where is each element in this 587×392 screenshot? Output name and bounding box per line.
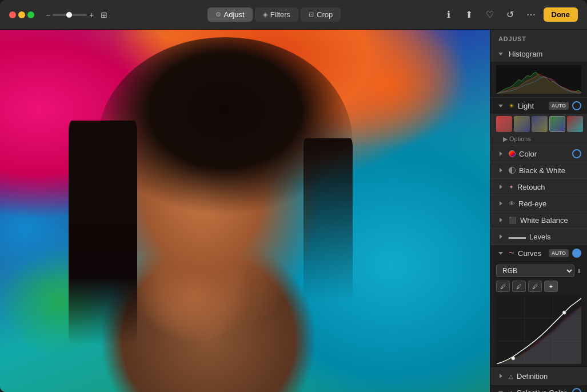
- color-icon: [509, 150, 516, 157]
- svg-point-9: [512, 357, 515, 360]
- wb-icon: ⬛: [509, 217, 517, 224]
- minimize-button[interactable]: [18, 11, 25, 18]
- rotate-button[interactable]: ↺: [502, 7, 518, 23]
- curves-graph[interactable]: [496, 295, 581, 364]
- curves-icon: 〜: [509, 249, 514, 257]
- filters-icon: ◈: [263, 11, 267, 18]
- chevron-down-icon-2: [496, 101, 505, 110]
- chevron-right-icon-levels: [496, 232, 505, 241]
- wb-row[interactable]: ⬛ White Balance: [490, 212, 587, 228]
- section-curves: 〜 Curves AUTO RGB Red Green Blue ⬇ 🖊: [490, 245, 587, 368]
- selective-color-row[interactable]: ✦ Selective Color: [490, 385, 587, 392]
- chevron-down-icon-sc: [496, 388, 505, 392]
- color-toggle[interactable]: [572, 149, 581, 158]
- light-row[interactable]: ☀ Light AUTO: [490, 98, 587, 114]
- zoom-slider-thumb: [66, 12, 72, 18]
- tab-adjust[interactable]: ⚙ Adjust: [207, 7, 253, 22]
- section-color: Color: [490, 146, 587, 162]
- selective-color-toggle[interactable]: [572, 388, 581, 392]
- curves-channel-select[interactable]: RGB Red Green Blue: [496, 265, 574, 277]
- light-thumb-2[interactable]: [514, 116, 530, 132]
- photo-canvas: [0, 30, 490, 392]
- chevron-right-icon-wb: [496, 215, 505, 225]
- chevron-right-icon-redeye: [496, 199, 505, 208]
- histogram-row[interactable]: Histogram: [490, 46, 587, 62]
- share-button[interactable]: ⬆: [461, 7, 477, 23]
- curves-toggle[interactable]: [572, 249, 581, 258]
- curves-eyedropper-black[interactable]: 🖊: [496, 281, 510, 292]
- tab-crop[interactable]: ⊡ Crop: [301, 7, 341, 22]
- chevron-down-icon: [496, 49, 505, 58]
- section-redeye: 👁 Red-eye: [490, 195, 587, 212]
- light-options[interactable]: ▶ Options: [490, 134, 587, 145]
- chevron-right-icon-color: [496, 149, 505, 158]
- bw-row[interactable]: Black & White: [490, 162, 587, 178]
- color-row[interactable]: Color: [490, 146, 587, 162]
- crop-icon: ⊡: [309, 11, 314, 18]
- bw-icon: [509, 167, 516, 174]
- curves-auto-button[interactable]: AUTO: [549, 249, 569, 257]
- maximize-button[interactable]: [27, 11, 34, 18]
- sidebar-title: ADJUST: [490, 30, 587, 46]
- light-thumb-1[interactable]: [496, 116, 512, 132]
- light-thumb-3[interactable]: [532, 116, 548, 132]
- zoom-minus-icon[interactable]: −: [46, 10, 50, 19]
- curves-eyedropper-gray[interactable]: 🖊: [512, 281, 526, 292]
- grid-icon[interactable]: ⊞: [101, 10, 107, 19]
- curves-eyedropper-white[interactable]: 🖊: [528, 281, 542, 292]
- levels-icon: ▬▬▬: [509, 234, 526, 240]
- toolbar-center: ⚙ Adjust ◈ Filters ⊡ Crop: [207, 7, 341, 22]
- section-selective-color: ✦ Selective Color 🖊 Reset Adjustments: [490, 385, 587, 392]
- curves-row[interactable]: 〜 Curves AUTO: [490, 245, 587, 261]
- selective-color-icon: ✦: [509, 390, 513, 393]
- curves-rgb-row: RGB Red Green Blue ⬇: [496, 265, 581, 277]
- redeye-row[interactable]: 👁 Red-eye: [490, 195, 587, 211]
- definition-row[interactable]: △ Definition: [490, 368, 587, 384]
- section-bw: Black & White: [490, 162, 587, 179]
- light-thumb-4[interactable]: [549, 116, 565, 132]
- zoom-slider[interactable]: [53, 14, 87, 16]
- section-retouch: ✦ Retouch: [490, 179, 587, 195]
- window-controls: [9, 11, 34, 18]
- definition-icon: △: [509, 373, 513, 379]
- curves-tools: 🖊 🖊 🖊 +: [496, 281, 581, 292]
- sun-icon: ☀: [509, 102, 514, 110]
- toolbar-left: − + ⊞: [9, 10, 107, 19]
- light-thumb-5[interactable]: [567, 116, 583, 132]
- settings-button[interactable]: ⋯: [523, 7, 539, 23]
- light-auto-button[interactable]: AUTO: [549, 102, 569, 110]
- toolbar-right: ℹ ⬆ ♡ ↺ ⋯ Done: [441, 7, 578, 23]
- done-button[interactable]: Done: [544, 7, 578, 22]
- chevron-right-icon-def: [496, 371, 505, 381]
- curves-add-point[interactable]: +: [544, 281, 558, 292]
- chevron-down-icon-curves: [496, 249, 505, 258]
- levels-row[interactable]: ▬▬▬ Levels: [490, 229, 587, 245]
- retouch-row[interactable]: ✦ Retouch: [490, 179, 587, 195]
- main-content: ADJUST Histogram: [0, 30, 587, 392]
- light-toggle[interactable]: [572, 101, 581, 110]
- eye-icon: 👁: [509, 200, 515, 207]
- tab-filters[interactable]: ◈ Filters: [255, 7, 298, 22]
- chevron-right-icon-retouch: [496, 182, 505, 191]
- zoom-plus-icon[interactable]: +: [89, 10, 94, 19]
- section-histogram: Histogram: [490, 46, 587, 98]
- curves-select-arrow: ⬇: [577, 268, 581, 274]
- curves-svg: [496, 295, 581, 364]
- photo-area: [0, 30, 490, 392]
- toolbar: − + ⊞ ⚙ Adjust ◈ Filters ⊡ Crop ℹ ⬆ ♡ ↺ …: [0, 0, 587, 30]
- histogram-container: [490, 62, 587, 97]
- section-wb: ⬛ White Balance: [490, 212, 587, 229]
- chevron-right-icon-bw: [496, 166, 505, 175]
- section-light: ☀ Light AUTO ▶ Options: [490, 98, 587, 146]
- bandage-icon: ✦: [509, 183, 514, 191]
- info-button[interactable]: ℹ: [441, 7, 457, 23]
- heart-button[interactable]: ♡: [482, 7, 498, 23]
- histogram-svg: [496, 65, 581, 94]
- portrait-person: [0, 30, 490, 392]
- close-button[interactable]: [9, 11, 16, 18]
- sidebar: ADJUST Histogram: [490, 30, 587, 392]
- section-definition: △ Definition: [490, 368, 587, 385]
- zoom-control: − + ⊞: [46, 10, 107, 19]
- histogram-canvas: [496, 65, 581, 94]
- svg-point-10: [562, 311, 566, 314]
